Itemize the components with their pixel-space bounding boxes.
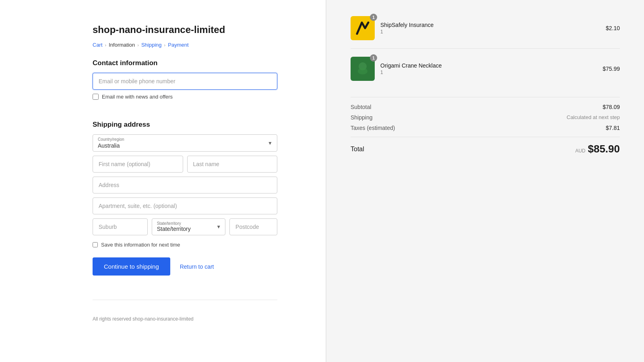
breadcrumb-payment: Payment (168, 42, 188, 48)
save-info-checkbox[interactable] (93, 242, 98, 247)
state-territory-select[interactable]: State/territory State/territory ▼ (152, 218, 225, 235)
country-label: Country/region (98, 137, 262, 142)
suburb-input[interactable] (93, 218, 148, 235)
continue-to-shipping-button[interactable]: Continue to shipping (93, 257, 170, 276)
breadcrumb-cart[interactable]: Cart (93, 42, 103, 48)
shipsafely-info: ShipSafely Insurance 1 (380, 22, 600, 35)
taxes-row: Taxes (estimated) $7.81 (351, 125, 620, 131)
store-title: shop-nano-insurance-limited (93, 24, 277, 35)
first-name-input[interactable] (93, 156, 183, 173)
shipping-value: Calculated at next step (567, 114, 620, 121)
origami-thumb-svg (354, 60, 372, 78)
return-to-cart-link[interactable]: Return to cart (180, 263, 214, 270)
order-items-list: 1 ShipSafely Insurance 1 $2.10 1 (351, 16, 620, 89)
item-img-wrapper-origami: 1 (351, 57, 375, 81)
total-amount-wrapper: AUD $85.90 (575, 143, 620, 155)
breadcrumb-sep-1: › (105, 43, 107, 47)
apartment-input[interactable] (93, 197, 277, 214)
state-chevron-icon: ▼ (216, 224, 221, 230)
taxes-value: $7.81 (606, 125, 620, 131)
total-currency: AUD (575, 148, 585, 154)
state-value: State/territory (157, 226, 191, 232)
name-row (93, 156, 277, 173)
shipping-section: Shipping address Country/region Australi… (93, 121, 277, 276)
breadcrumb-sep-3: › (164, 43, 166, 47)
save-info-label[interactable]: Save this information for next time (101, 242, 180, 248)
shipsafely-badge: 1 (370, 14, 377, 21)
contact-section-title: Contact information (93, 59, 277, 67)
shipsafely-logo-svg (354, 19, 372, 37)
total-row: Total AUD $85.90 (351, 137, 620, 155)
shipsafely-price: $2.10 (606, 25, 620, 31)
origami-badge: 1 (370, 54, 377, 62)
shipsafely-qty: 1 (380, 29, 600, 35)
total-label: Total (351, 146, 364, 153)
subtotal-value: $78.09 (603, 104, 620, 110)
postcode-input[interactable] (229, 218, 277, 235)
apartment-wrapper (93, 197, 277, 214)
breadcrumb-information: Information (109, 42, 135, 48)
shipsafely-name: ShipSafely Insurance (380, 22, 600, 28)
address-input[interactable] (93, 177, 277, 193)
email-checkbox-label[interactable]: Email me with news and offers (102, 94, 173, 100)
save-info-row: Save this information for next time (93, 242, 277, 248)
country-value: Australia (98, 142, 262, 149)
footer: All rights reserved shop-nano-insurance-… (93, 300, 277, 322)
action-buttons: Continue to shipping Return to cart (93, 257, 277, 276)
order-item-shipsafely: 1 ShipSafely Insurance 1 $2.10 (351, 16, 620, 49)
breadcrumb-shipping: Shipping (141, 42, 162, 48)
left-panel: shop-nano-insurance-limited Cart › Infor… (0, 0, 326, 362)
svg-point-3 (358, 68, 367, 74)
origami-price: $75.99 (603, 66, 620, 72)
origami-name: Origami Crane Necklace (380, 62, 597, 69)
taxes-label: Taxes (estimated) (351, 125, 395, 131)
email-checkbox-row: Email me with news and offers (93, 94, 277, 100)
email-checkbox[interactable] (93, 94, 99, 100)
total-amount: $85.90 (588, 143, 620, 155)
last-name-input[interactable] (187, 156, 278, 173)
shipping-label: Shipping (351, 114, 373, 121)
order-summary: Subtotal $78.09 Shipping Calculated at n… (351, 97, 620, 155)
breadcrumb: Cart › Information › Shipping › Payment (93, 42, 277, 48)
breadcrumb-sep-2: › (137, 43, 139, 47)
city-row: State/territory State/territory ▼ (93, 218, 277, 235)
right-panel: 1 ShipSafely Insurance 1 $2.10 1 (326, 0, 644, 362)
country-region-wrapper[interactable]: Country/region Australia ▼ (93, 134, 277, 152)
item-img-wrapper-shipsafely: 1 (351, 16, 375, 40)
subtotal-row: Subtotal $78.09 (351, 104, 620, 110)
email-input[interactable] (93, 73, 277, 90)
order-item-origami: 1 Origami Crane Necklace 1 $75.99 (351, 57, 620, 89)
contact-section: Contact information Email me with news a… (93, 59, 277, 109)
subtotal-label: Subtotal (351, 104, 371, 110)
state-label: State/territory (157, 221, 211, 226)
shipping-section-title: Shipping address (93, 121, 277, 129)
shipping-row: Shipping Calculated at next step (351, 114, 620, 121)
origami-info: Origami Crane Necklace 1 (380, 62, 597, 75)
origami-qty: 1 (380, 70, 597, 75)
country-region-select[interactable]: Country/region Australia (93, 134, 277, 152)
address-wrapper (93, 177, 277, 193)
